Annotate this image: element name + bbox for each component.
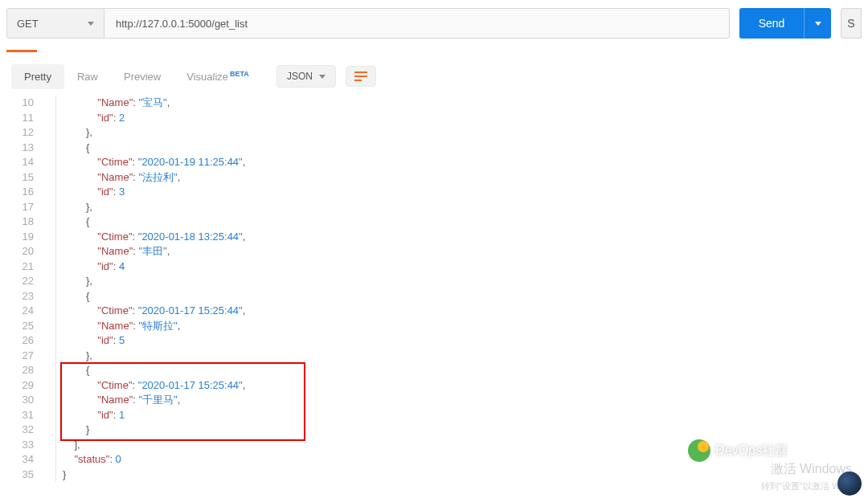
beta-badge: BETA (230, 70, 249, 78)
chevron-down-icon (815, 22, 821, 26)
url-input[interactable] (104, 8, 730, 39)
fold-gutter (45, 96, 56, 482)
active-tab-indicator (6, 50, 37, 52)
tab-pretty[interactable]: Pretty (11, 64, 64, 89)
wrap-icon (354, 71, 367, 81)
response-body[interactable]: 1011121314151617181920212223242526272829… (0, 96, 868, 482)
line-number-gutter: 1011121314151617181920212223242526272829… (0, 96, 45, 482)
http-method-select[interactable]: GET (6, 8, 104, 39)
send-button[interactable]: Send (739, 8, 804, 39)
chevron-down-icon (88, 22, 94, 26)
response-format-select[interactable]: JSON (276, 65, 336, 88)
code-content[interactable]: "Name": "宝马", "id": 2 }, { "Ctime": "202… (56, 96, 245, 482)
devops-watermark: DevOps社群 (688, 439, 788, 462)
wrap-lines-button[interactable] (346, 66, 376, 87)
send-dropdown-button[interactable] (804, 8, 831, 39)
corner-notification-icon[interactable] (837, 471, 862, 496)
tab-preview[interactable]: Preview (111, 64, 174, 89)
tab-raw[interactable]: Raw (64, 64, 111, 89)
devops-icon (688, 439, 710, 462)
tab-visualize[interactable]: VisualizeBETA (174, 63, 262, 89)
format-label: JSON (287, 71, 313, 82)
chevron-down-icon (319, 75, 326, 79)
http-method-label: GET (17, 18, 39, 30)
save-button-partial[interactable]: S (841, 8, 862, 39)
